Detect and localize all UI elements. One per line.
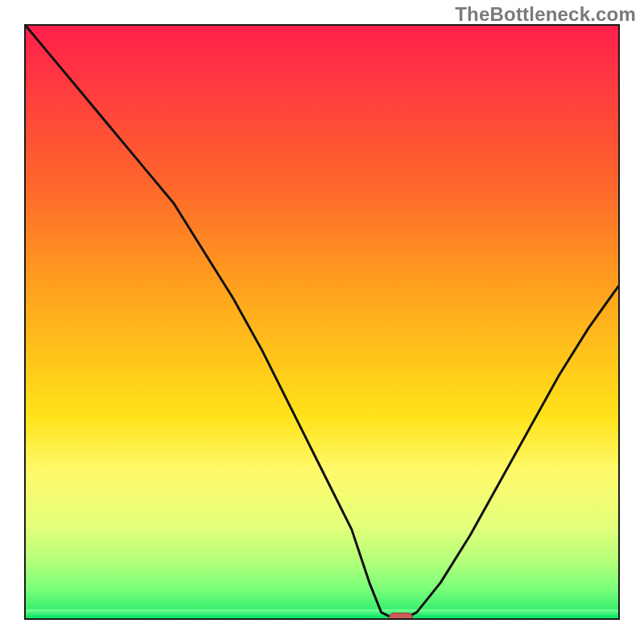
chart-plot-area bbox=[24, 24, 620, 620]
optimal-point-marker bbox=[389, 613, 413, 620]
chart-line-svg bbox=[26, 26, 618, 618]
chart-line-path bbox=[26, 26, 618, 618]
watermark-label: TheBottleneck.com bbox=[455, 3, 636, 26]
